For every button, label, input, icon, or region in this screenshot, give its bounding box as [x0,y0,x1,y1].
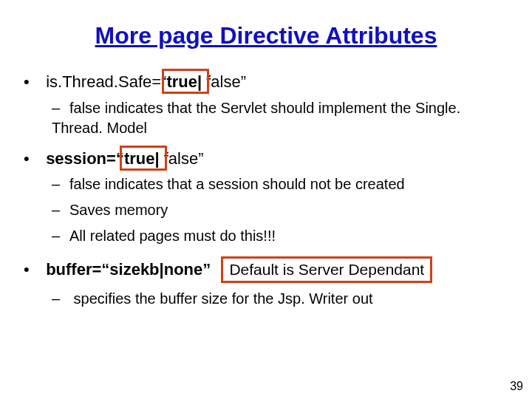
callout-default: Default is Server Dependant [221,256,432,283]
text: false” [160,149,204,168]
subbullet-session-desc2: –Saves memory [52,200,510,220]
text: false indicates that a session should no… [69,176,405,192]
text: false indicates that the Servlet should … [52,100,460,136]
bullet-buffer: • buffer=“sizekb|none” Default is Server… [24,256,510,283]
text: is [46,72,58,91]
bullet-dot: • [24,72,41,92]
bullet-dash: – [52,289,69,309]
text: buffer=“sizekb|none” [46,260,211,279]
text: specifies the buffer size for the Jsp. W… [69,290,373,307]
bullet-dot: • [24,259,41,280]
bullet-dash: – [52,226,69,246]
text-true: true [124,149,155,168]
text: false” [202,72,246,91]
subbullet-session-desc3: –All related pages must do this!!! [52,226,510,246]
page-number: 39 [510,380,523,393]
bullet-dot: • [24,149,41,169]
text: session=“ [46,149,124,168]
subbullet-buffer-desc: – specifies the buffer size for the Jsp.… [52,289,510,309]
text-true: true [166,72,197,91]
text: Saves memory [69,202,168,218]
subbullet-session-desc1: –false indicates that a session should n… [52,174,510,194]
text: All related pages must do this!!! [69,228,276,244]
text: Thread [62,72,114,91]
slide: More page Directive Attributes • is.Thre… [0,0,532,399]
bullet-dash: – [52,200,69,220]
bullet-isthreadsafe: • is.Thread.Safe=“true| false” [24,72,510,92]
subbullet-threadsafe-desc: –false indicates that the Servlet should… [52,98,510,138]
bullet-dash: – [52,98,69,118]
bullet-dash: – [52,174,69,194]
text: Safe=“ [118,72,166,91]
slide-title: More page Directive Attributes [22,22,510,50]
bullet-session: • session=“true| false” [24,149,510,169]
